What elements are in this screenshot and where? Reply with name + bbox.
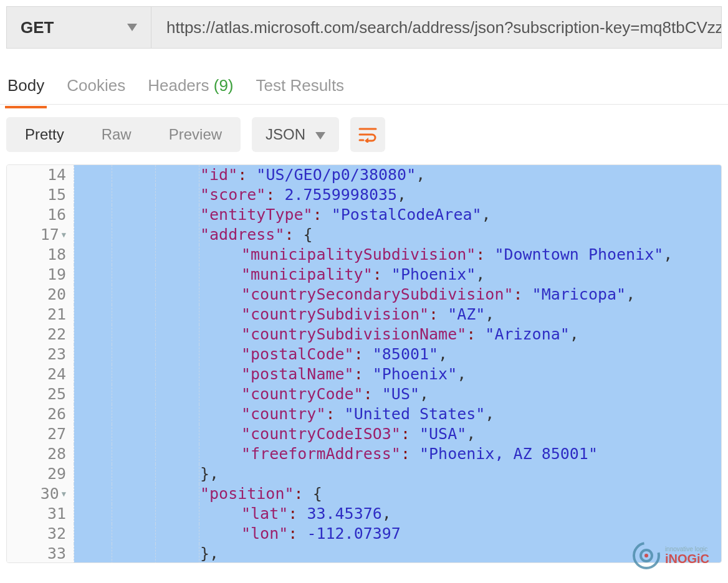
code-line: 31"lat": 33.45376, — [7, 504, 721, 524]
line-number: 23 — [7, 344, 74, 364]
wrap-lines-button[interactable] — [350, 117, 385, 152]
wrap-icon — [358, 126, 377, 143]
code-content: "country": "United States", — [74, 404, 721, 424]
code-line: 15"score": 2.7559998035, — [7, 185, 721, 205]
code-line: 14"id": "US/GEO/p0/38080", — [7, 165, 721, 185]
code-content: "score": 2.7559998035, — [74, 185, 721, 205]
tab-body[interactable]: Body — [5, 70, 47, 102]
code-content: "address": { — [74, 225, 721, 245]
line-number: 27 — [7, 424, 74, 444]
code-line: 17▼"address": { — [7, 225, 721, 245]
code-content: "municipality": "Phoenix", — [74, 265, 721, 285]
svg-marker-0 — [127, 24, 137, 31]
code-content: }, — [74, 544, 721, 563]
chevron-down-icon — [127, 21, 137, 34]
code-line: 16"entityType": "PostalCodeArea", — [7, 205, 721, 225]
line-number: 26 — [7, 404, 74, 424]
code-content: "freeformAddress": "Phoenix, AZ 85001" — [74, 444, 721, 464]
fold-toggle-icon[interactable]: ▼ — [62, 225, 66, 245]
line-number: 29 — [7, 464, 74, 484]
line-number: 28 — [7, 444, 74, 464]
svg-point-7 — [644, 554, 648, 557]
line-number: 25 — [7, 384, 74, 404]
code-content: "lon": -112.07397 — [74, 524, 721, 544]
code-content: "municipalitySubdivision": "Downtown Pho… — [74, 245, 721, 265]
code-content: "entityType": "PostalCodeArea", — [74, 205, 721, 225]
code-content: "postalCode": "85001", — [74, 344, 721, 364]
line-number: 19 — [7, 265, 74, 285]
watermark-brand-mid: O — [678, 552, 687, 563]
line-number: 14 — [7, 165, 74, 185]
http-method-select[interactable]: GET — [6, 6, 151, 49]
code-line: 26"country": "United States", — [7, 404, 721, 424]
code-content: "countryCode": "US", — [74, 384, 721, 404]
watermark-brand-post: GiC — [687, 552, 709, 563]
tab-test-results[interactable]: Test Results — [254, 70, 347, 102]
code-content: "id": "US/GEO/p0/38080", — [74, 165, 721, 185]
format-select[interactable]: JSON — [252, 117, 339, 152]
code-content: "countrySubdivisionName": "Arizona", — [74, 325, 721, 344]
code-line: 20"countrySecondarySubdivision": "Marico… — [7, 285, 721, 305]
svg-marker-3 — [365, 138, 368, 143]
line-number: 18 — [7, 245, 74, 265]
chevron-down-icon — [315, 126, 325, 143]
tab-headers-label: Headers — [148, 76, 209, 95]
line-number: 15 — [7, 185, 74, 205]
view-mode-segmented: Pretty Raw Preview — [6, 117, 241, 152]
line-number: 20 — [7, 285, 74, 305]
view-pretty-button[interactable]: Pretty — [6, 117, 83, 152]
body-toolbar: Pretty Raw Preview JSON — [0, 105, 728, 164]
response-tabs: Body Cookies Headers (9) Test Results — [0, 67, 728, 105]
view-preview-button[interactable]: Preview — [150, 117, 241, 152]
code-line: 22"countrySubdivisionName": "Arizona", — [7, 325, 721, 344]
code-line: 27"countryCodeISO3": "USA", — [7, 424, 721, 444]
watermark-brand-pre: iN — [665, 552, 678, 563]
code-line: 33}, — [7, 544, 721, 563]
line-number: 32 — [7, 524, 74, 544]
code-line: 18"municipalitySubdivision": "Downtown P… — [7, 245, 721, 265]
code-line: 19"municipality": "Phoenix", — [7, 265, 721, 285]
line-number: 30▼ — [7, 484, 74, 504]
line-number: 17▼ — [7, 225, 74, 245]
code-content: "countryCodeISO3": "USA", — [74, 424, 721, 444]
line-number: 31 — [7, 504, 74, 524]
url-input[interactable]: https://atlas.microsoft.com/search/addre… — [151, 6, 722, 49]
url-value: https://atlas.microsoft.com/search/addre… — [166, 18, 722, 37]
code-line: 25"countryCode": "US", — [7, 384, 721, 404]
code-line: 29}, — [7, 464, 721, 484]
code-line: 21"countrySubdivision": "AZ", — [7, 305, 721, 325]
request-bar: GET https://atlas.microsoft.com/search/a… — [0, 0, 728, 55]
svg-marker-1 — [315, 132, 325, 140]
tab-headers[interactable]: Headers (9) — [145, 70, 236, 102]
line-number: 24 — [7, 364, 74, 384]
code-content: "countrySubdivision": "AZ", — [74, 305, 721, 325]
code-content: }, — [74, 464, 721, 484]
code-content: "countrySecondarySubdivision": "Maricopa… — [74, 285, 721, 305]
code-content: "position": { — [74, 484, 721, 504]
watermark-logo: innovative logic iNOGiC — [631, 541, 709, 563]
code-line: 23"postalCode": "85001", — [7, 344, 721, 364]
response-body[interactable]: 14"id": "US/GEO/p0/38080",15"score": 2.7… — [6, 164, 722, 563]
http-method-value: GET — [21, 18, 54, 37]
line-number: 16 — [7, 205, 74, 225]
line-number: 22 — [7, 325, 74, 344]
code-line: 24"postalName": "Phoenix", — [7, 364, 721, 384]
headers-count: (9) — [214, 76, 234, 95]
code-line: 32"lon": -112.07397 — [7, 524, 721, 544]
fold-toggle-icon[interactable]: ▼ — [62, 484, 66, 504]
code-line: 28"freeformAddress": "Phoenix, AZ 85001" — [7, 444, 721, 464]
line-number: 33 — [7, 544, 74, 563]
logo-icon — [631, 541, 661, 563]
tab-cookies[interactable]: Cookies — [64, 70, 128, 102]
line-number: 21 — [7, 305, 74, 325]
format-value: JSON — [266, 126, 305, 143]
view-raw-button[interactable]: Raw — [83, 117, 150, 152]
code-content: "lat": 33.45376, — [74, 504, 721, 524]
code-content: "postalName": "Phoenix", — [74, 364, 721, 384]
code-line: 30▼"position": { — [7, 484, 721, 504]
